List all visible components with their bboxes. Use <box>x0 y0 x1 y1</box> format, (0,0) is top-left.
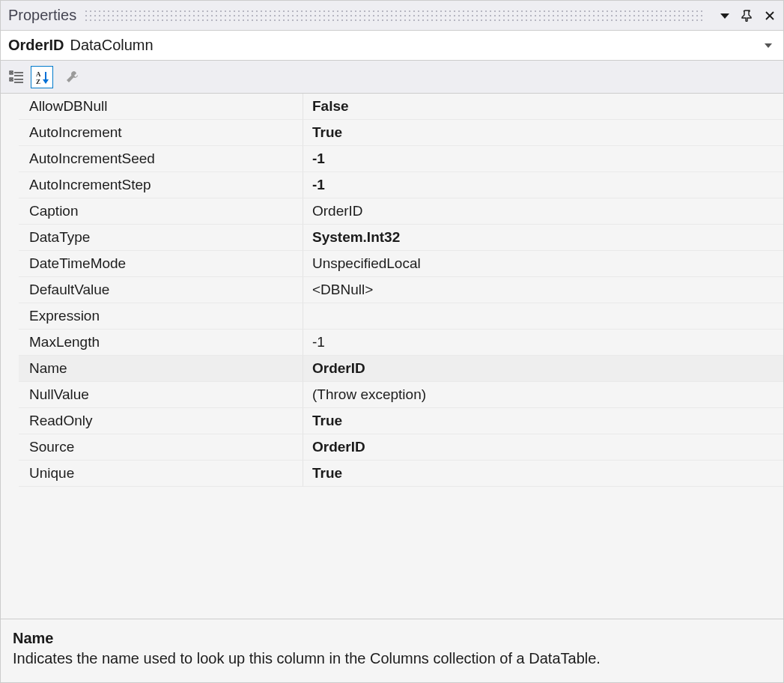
categorized-button[interactable] <box>5 66 28 88</box>
property-row[interactable]: MaxLength-1 <box>1 330 783 356</box>
svg-marker-3 <box>765 43 772 48</box>
svg-text:A: A <box>36 70 41 78</box>
property-row[interactable]: AutoIncrementTrue <box>1 120 783 146</box>
svg-text:Z: Z <box>36 78 40 85</box>
properties-panel: Properties OrderID DataColumn <box>0 0 784 683</box>
property-name: AutoIncrementSeed <box>19 146 303 172</box>
property-row[interactable]: DefaultValue<DBNull> <box>1 277 783 303</box>
property-row[interactable]: AutoIncrementStep-1 <box>1 172 783 198</box>
property-name: ReadOnly <box>19 408 303 434</box>
row-indent <box>1 461 19 487</box>
pin-icon <box>741 10 753 22</box>
property-row[interactable]: UniqueTrue <box>1 461 783 487</box>
close-icon <box>765 10 775 21</box>
row-indent <box>1 408 19 434</box>
property-value[interactable]: False <box>303 94 783 120</box>
selected-object-name: OrderID <box>8 37 64 54</box>
row-indent <box>1 251 19 277</box>
object-selector-dropdown[interactable] <box>761 38 776 53</box>
chevron-down-icon <box>764 41 773 50</box>
property-value[interactable]: True <box>303 120 783 146</box>
row-indent <box>1 356 19 382</box>
property-name: AutoIncrementStep <box>19 172 303 198</box>
property-name: DateTimeMode <box>19 251 303 277</box>
row-indent <box>1 146 19 172</box>
property-name: NullValue <box>19 382 303 408</box>
property-row[interactable]: DataTypeSystem.Int32 <box>1 225 783 251</box>
selected-object-type: DataColumn <box>70 37 153 54</box>
property-name: Source <box>19 434 303 461</box>
property-name: DefaultValue <box>19 277 303 303</box>
property-name: Name <box>19 356 303 382</box>
row-indent <box>1 303 19 330</box>
property-value[interactable]: -1 <box>303 172 783 198</box>
description-title: Name <box>13 630 771 647</box>
property-row[interactable]: DateTimeModeUnspecifiedLocal <box>1 251 783 277</box>
property-row[interactable]: NameOrderID <box>1 356 783 382</box>
row-indent <box>1 198 19 225</box>
titlebar: Properties <box>1 1 783 31</box>
row-indent <box>1 277 19 303</box>
property-value[interactable]: UnspecifiedLocal <box>303 251 783 277</box>
row-indent <box>1 330 19 356</box>
property-value[interactable]: -1 <box>303 330 783 356</box>
property-name: MaxLength <box>19 330 303 356</box>
titlebar-grip <box>84 7 704 24</box>
property-row[interactable]: Expression <box>1 303 783 330</box>
categorized-icon <box>8 69 25 85</box>
property-row[interactable]: AllowDBNullFalse <box>1 94 783 120</box>
property-value[interactable]: OrderID <box>303 198 783 225</box>
row-indent <box>1 94 19 120</box>
close-button[interactable] <box>761 7 779 25</box>
row-indent <box>1 225 19 251</box>
property-name: DataType <box>19 225 303 251</box>
window-options-button[interactable] <box>716 7 734 25</box>
property-value[interactable]: True <box>303 461 783 487</box>
row-indent <box>1 434 19 461</box>
property-value[interactable]: True <box>303 408 783 434</box>
property-row[interactable]: ReadOnlyTrue <box>1 408 783 434</box>
property-name: Unique <box>19 461 303 487</box>
property-value[interactable]: System.Int32 <box>303 225 783 251</box>
property-grid: AllowDBNullFalseAutoIncrementTrueAutoInc… <box>1 94 783 619</box>
pin-button[interactable] <box>738 7 756 25</box>
svg-marker-0 <box>720 13 729 19</box>
object-selector[interactable]: OrderID DataColumn <box>1 31 783 61</box>
property-toolbar: A Z <box>1 61 783 94</box>
description-pane: Name Indicates the name used to look up … <box>1 619 783 682</box>
property-name: Caption <box>19 198 303 225</box>
property-row[interactable]: AutoIncrementSeed-1 <box>1 146 783 172</box>
property-value[interactable]: OrderID <box>303 356 783 382</box>
chevron-down-icon <box>720 10 730 21</box>
property-name: AutoIncrement <box>19 120 303 146</box>
row-indent <box>1 382 19 408</box>
property-name: AllowDBNull <box>19 94 303 120</box>
property-value[interactable] <box>303 303 783 330</box>
property-value[interactable]: (Throw exception) <box>303 382 783 408</box>
property-name: Expression <box>19 303 303 330</box>
alphabetical-icon: A Z <box>34 69 50 85</box>
property-value[interactable]: OrderID <box>303 434 783 461</box>
alphabetical-button[interactable]: A Z <box>31 66 53 88</box>
property-pages-button[interactable] <box>61 66 83 88</box>
svg-marker-17 <box>43 79 49 84</box>
property-value[interactable]: <DBNull> <box>303 277 783 303</box>
property-row[interactable]: SourceOrderID <box>1 434 783 461</box>
panel-title: Properties <box>8 7 76 24</box>
row-indent <box>1 172 19 198</box>
property-row[interactable]: NullValue(Throw exception) <box>1 382 783 408</box>
description-text: Indicates the name used to look up this … <box>13 650 771 667</box>
row-indent <box>1 120 19 146</box>
property-row[interactable]: CaptionOrderID <box>1 198 783 225</box>
wrench-icon <box>64 69 80 85</box>
property-value[interactable]: -1 <box>303 146 783 172</box>
